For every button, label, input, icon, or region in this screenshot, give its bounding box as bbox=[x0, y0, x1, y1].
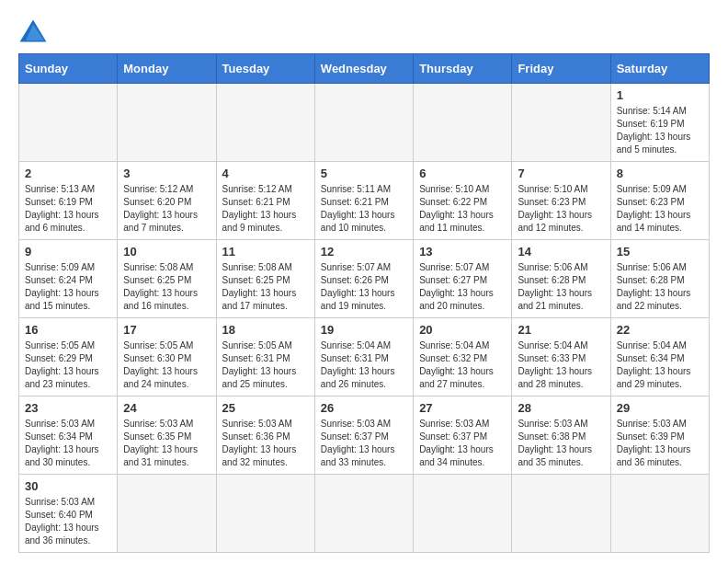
day-info: Sunrise: 5:04 AM Sunset: 6:31 PM Dayligh… bbox=[321, 339, 407, 391]
day-info: Sunrise: 5:14 AM Sunset: 6:19 PM Dayligh… bbox=[617, 105, 703, 156]
logo bbox=[18, 18, 51, 44]
calendar-day-cell bbox=[512, 475, 610, 553]
logo-icon bbox=[18, 18, 48, 44]
weekday-header-thursday: Thursday bbox=[414, 54, 512, 84]
calendar-day-cell bbox=[512, 84, 610, 162]
day-info: Sunrise: 5:08 AM Sunset: 6:25 PM Dayligh… bbox=[222, 261, 309, 313]
day-number: 3 bbox=[123, 167, 210, 180]
calendar-day-cell bbox=[314, 475, 413, 553]
day-number: 18 bbox=[222, 323, 309, 337]
day-info: Sunrise: 5:10 AM Sunset: 6:23 PM Dayligh… bbox=[518, 183, 604, 235]
day-number: 29 bbox=[617, 401, 703, 415]
day-number: 6 bbox=[419, 167, 506, 180]
day-number: 10 bbox=[123, 245, 210, 259]
calendar-week-row: 23Sunrise: 5:03 AM Sunset: 6:34 PM Dayli… bbox=[19, 396, 710, 475]
day-info: Sunrise: 5:11 AM Sunset: 6:21 PM Dayligh… bbox=[321, 183, 407, 235]
day-info: Sunrise: 5:12 AM Sunset: 6:20 PM Dayligh… bbox=[123, 183, 210, 235]
day-info: Sunrise: 5:05 AM Sunset: 6:29 PM Dayligh… bbox=[25, 339, 111, 391]
day-number: 22 bbox=[617, 323, 703, 337]
day-number: 16 bbox=[25, 323, 111, 337]
calendar-day-cell: 21Sunrise: 5:04 AM Sunset: 6:33 PM Dayli… bbox=[512, 318, 610, 396]
day-number: 28 bbox=[518, 401, 604, 415]
calendar-week-row: 1Sunrise: 5:14 AM Sunset: 6:19 PM Daylig… bbox=[19, 84, 710, 162]
day-info: Sunrise: 5:05 AM Sunset: 6:30 PM Dayligh… bbox=[123, 339, 210, 391]
day-info: Sunrise: 5:03 AM Sunset: 6:39 PM Dayligh… bbox=[617, 418, 703, 469]
day-number: 17 bbox=[123, 323, 210, 337]
day-number: 23 bbox=[25, 401, 111, 415]
day-number: 11 bbox=[222, 245, 309, 259]
day-info: Sunrise: 5:04 AM Sunset: 6:32 PM Dayligh… bbox=[419, 339, 506, 391]
day-info: Sunrise: 5:04 AM Sunset: 6:33 PM Dayligh… bbox=[518, 339, 604, 391]
day-info: Sunrise: 5:06 AM Sunset: 6:28 PM Dayligh… bbox=[617, 261, 703, 313]
calendar-week-row: 30Sunrise: 5:03 AM Sunset: 6:40 PM Dayli… bbox=[19, 475, 710, 553]
weekday-header-tuesday: Tuesday bbox=[216, 54, 314, 84]
calendar-day-cell: 30Sunrise: 5:03 AM Sunset: 6:40 PM Dayli… bbox=[19, 475, 118, 553]
calendar-week-row: 2Sunrise: 5:13 AM Sunset: 6:19 PM Daylig… bbox=[19, 162, 710, 240]
calendar-day-cell: 28Sunrise: 5:03 AM Sunset: 6:38 PM Dayli… bbox=[512, 396, 610, 475]
calendar-week-row: 9Sunrise: 5:09 AM Sunset: 6:24 PM Daylig… bbox=[19, 240, 710, 318]
day-number: 30 bbox=[25, 479, 111, 493]
day-number: 2 bbox=[25, 167, 111, 180]
day-number: 5 bbox=[321, 167, 407, 180]
day-info: Sunrise: 5:09 AM Sunset: 6:23 PM Dayligh… bbox=[617, 183, 703, 235]
calendar-day-cell bbox=[118, 84, 216, 162]
day-number: 20 bbox=[419, 323, 506, 337]
day-info: Sunrise: 5:03 AM Sunset: 6:36 PM Dayligh… bbox=[222, 418, 309, 469]
calendar-day-cell: 10Sunrise: 5:08 AM Sunset: 6:25 PM Dayli… bbox=[118, 240, 216, 318]
day-info: Sunrise: 5:12 AM Sunset: 6:21 PM Dayligh… bbox=[222, 183, 309, 235]
day-number: 25 bbox=[222, 401, 309, 415]
calendar-day-cell bbox=[414, 475, 512, 553]
calendar-day-cell: 26Sunrise: 5:03 AM Sunset: 6:37 PM Dayli… bbox=[314, 396, 413, 475]
day-info: Sunrise: 5:04 AM Sunset: 6:34 PM Dayligh… bbox=[617, 339, 703, 391]
calendar-day-cell: 7Sunrise: 5:10 AM Sunset: 6:23 PM Daylig… bbox=[512, 162, 610, 240]
calendar-day-cell: 13Sunrise: 5:07 AM Sunset: 6:27 PM Dayli… bbox=[414, 240, 512, 318]
calendar-day-cell bbox=[118, 475, 216, 553]
calendar-day-cell: 11Sunrise: 5:08 AM Sunset: 6:25 PM Dayli… bbox=[216, 240, 314, 318]
day-info: Sunrise: 5:06 AM Sunset: 6:28 PM Dayligh… bbox=[518, 261, 604, 313]
day-info: Sunrise: 5:09 AM Sunset: 6:24 PM Dayligh… bbox=[25, 261, 111, 313]
weekday-header-friday: Friday bbox=[512, 54, 610, 84]
calendar-day-cell bbox=[216, 84, 314, 162]
calendar-day-cell: 9Sunrise: 5:09 AM Sunset: 6:24 PM Daylig… bbox=[19, 240, 118, 318]
day-number: 19 bbox=[321, 323, 407, 337]
day-info: Sunrise: 5:10 AM Sunset: 6:22 PM Dayligh… bbox=[419, 183, 506, 235]
weekday-header-saturday: Saturday bbox=[610, 54, 709, 84]
weekday-header-row: SundayMondayTuesdayWednesdayThursdayFrid… bbox=[19, 54, 710, 84]
day-info: Sunrise: 5:07 AM Sunset: 6:27 PM Dayligh… bbox=[419, 261, 506, 313]
calendar-day-cell: 8Sunrise: 5:09 AM Sunset: 6:23 PM Daylig… bbox=[610, 162, 709, 240]
calendar-day-cell: 27Sunrise: 5:03 AM Sunset: 6:37 PM Dayli… bbox=[414, 396, 512, 475]
day-info: Sunrise: 5:03 AM Sunset: 6:40 PM Dayligh… bbox=[25, 496, 111, 547]
day-number: 9 bbox=[25, 245, 111, 259]
weekday-header-monday: Monday bbox=[118, 54, 216, 84]
calendar-day-cell: 12Sunrise: 5:07 AM Sunset: 6:26 PM Dayli… bbox=[314, 240, 413, 318]
calendar-day-cell: 25Sunrise: 5:03 AM Sunset: 6:36 PM Dayli… bbox=[216, 396, 314, 475]
calendar-day-cell bbox=[216, 475, 314, 553]
calendar-day-cell: 20Sunrise: 5:04 AM Sunset: 6:32 PM Dayli… bbox=[414, 318, 512, 396]
weekday-header-sunday: Sunday bbox=[19, 54, 118, 84]
day-number: 24 bbox=[123, 401, 210, 415]
day-info: Sunrise: 5:03 AM Sunset: 6:37 PM Dayligh… bbox=[321, 418, 407, 469]
day-number: 4 bbox=[222, 167, 309, 180]
calendar-day-cell: 17Sunrise: 5:05 AM Sunset: 6:30 PM Dayli… bbox=[118, 318, 216, 396]
day-number: 13 bbox=[419, 245, 506, 259]
calendar-day-cell: 5Sunrise: 5:11 AM Sunset: 6:21 PM Daylig… bbox=[314, 162, 413, 240]
calendar-table: SundayMondayTuesdayWednesdayThursdayFrid… bbox=[18, 53, 710, 553]
calendar-day-cell: 15Sunrise: 5:06 AM Sunset: 6:28 PM Dayli… bbox=[610, 240, 709, 318]
calendar-day-cell: 29Sunrise: 5:03 AM Sunset: 6:39 PM Dayli… bbox=[610, 396, 709, 475]
day-number: 27 bbox=[419, 401, 506, 415]
calendar-day-cell bbox=[414, 84, 512, 162]
day-info: Sunrise: 5:13 AM Sunset: 6:19 PM Dayligh… bbox=[25, 183, 111, 235]
day-info: Sunrise: 5:03 AM Sunset: 6:38 PM Dayligh… bbox=[518, 418, 604, 469]
calendar-day-cell: 19Sunrise: 5:04 AM Sunset: 6:31 PM Dayli… bbox=[314, 318, 413, 396]
day-number: 26 bbox=[321, 401, 407, 415]
calendar-day-cell bbox=[19, 84, 118, 162]
weekday-header-wednesday: Wednesday bbox=[314, 54, 413, 84]
calendar-day-cell: 3Sunrise: 5:12 AM Sunset: 6:20 PM Daylig… bbox=[118, 162, 216, 240]
calendar-day-cell: 23Sunrise: 5:03 AM Sunset: 6:34 PM Dayli… bbox=[19, 396, 118, 475]
day-number: 12 bbox=[321, 245, 407, 259]
calendar-day-cell: 2Sunrise: 5:13 AM Sunset: 6:19 PM Daylig… bbox=[19, 162, 118, 240]
day-number: 8 bbox=[617, 167, 703, 180]
calendar-day-cell: 14Sunrise: 5:06 AM Sunset: 6:28 PM Dayli… bbox=[512, 240, 610, 318]
calendar-day-cell bbox=[314, 84, 413, 162]
calendar-day-cell: 18Sunrise: 5:05 AM Sunset: 6:31 PM Dayli… bbox=[216, 318, 314, 396]
